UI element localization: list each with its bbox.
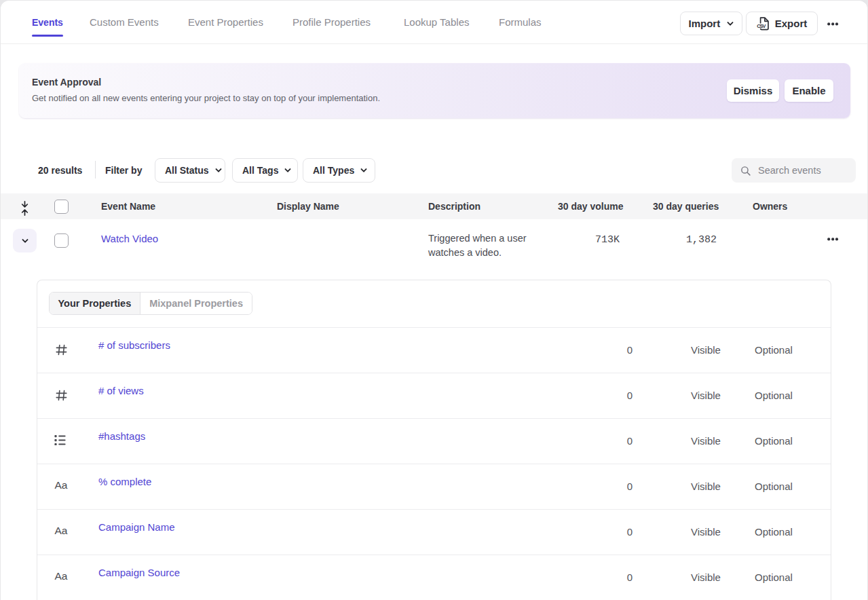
svg-text:CSV: CSV — [757, 22, 766, 29]
